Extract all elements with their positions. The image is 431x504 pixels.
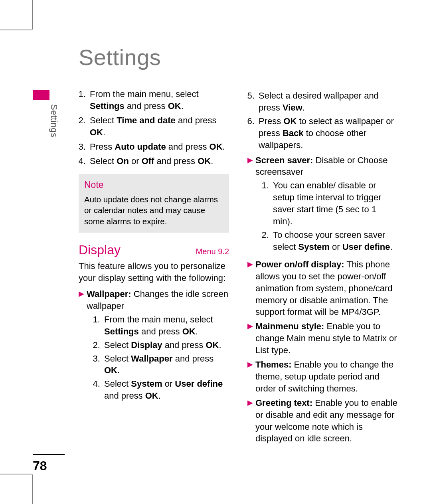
crop-mark <box>0 30 32 30</box>
side-section-label: Settings <box>49 104 59 138</box>
list-item: Press OK to select as wallpaper or press… <box>257 115 398 151</box>
play-icon: ▶ <box>79 288 84 405</box>
crop-mark <box>32 0 33 30</box>
list-item: Select Time and date and press OK. <box>88 115 229 138</box>
play-icon: ▶ <box>247 359 253 395</box>
accent-bar <box>33 90 49 100</box>
wallpaper-steps-cont: Select a desired wallpaper and press Vie… <box>247 90 398 151</box>
page-number-rule <box>33 454 65 455</box>
play-icon: ▶ <box>247 154 253 256</box>
content-columns: From the main menu, select Settings and … <box>79 88 398 447</box>
page-number: 78 <box>33 459 47 473</box>
section-name: Display <box>79 241 121 259</box>
bullet-themes: ▶ Themes: Enable you to change the theme… <box>247 359 398 395</box>
bullet-greeting: ▶ Greeting text: Enable you to enable or… <box>247 397 398 445</box>
crop-mark <box>0 474 32 474</box>
list-item: Select Display and press OK. <box>103 339 229 351</box>
crop-mark <box>32 474 33 504</box>
play-icon: ▶ <box>247 320 253 356</box>
section-header: Display Menu 9.2 <box>79 241 229 259</box>
note-title: Note <box>84 179 223 191</box>
note-box: Note Auto update does not change alarms … <box>79 174 229 232</box>
list-item: You can enable/ disable or setup time in… <box>271 180 398 227</box>
auto-update-steps: From the main menu, select Settings and … <box>79 88 229 167</box>
list-item: From the main menu, select Settings and … <box>88 88 229 112</box>
right-column: Select a desired wallpaper and press Vie… <box>247 88 398 447</box>
page-title: Settings <box>79 44 161 70</box>
list-item: From the main menu, select Settings and … <box>103 314 229 338</box>
section-menu-ref: Menu 9.2 <box>196 246 229 257</box>
screensaver-steps: You can enable/ disable or setup time in… <box>255 180 398 253</box>
bullet-mainmenu: ▶ Mainmenu style: Enable you to change M… <box>247 320 398 356</box>
list-item: Select System or User define and press O… <box>103 378 229 402</box>
list-item: Select Wallpaper and press OK. <box>103 353 229 377</box>
bullet-power: ▶ Power on/off display: This phone allow… <box>247 259 398 318</box>
play-icon: ▶ <box>247 259 253 318</box>
list-item: Select a desired wallpaper and press Vie… <box>257 90 398 114</box>
bullet-screensaver: ▶ Screen saver: Disable or Choose screen… <box>247 154 398 256</box>
section-intro: This feature allows you to personalize y… <box>79 260 229 284</box>
list-item: Select On or Off and press OK. <box>88 155 229 167</box>
wallpaper-steps: From the main menu, select Settings and … <box>87 314 229 402</box>
play-icon: ▶ <box>247 397 253 445</box>
note-text: Auto update does not change alarms or ca… <box>84 194 223 227</box>
left-column: From the main menu, select Settings and … <box>79 88 229 447</box>
list-item: Press Auto update and press OK. <box>88 141 229 153</box>
list-item: To choose your screen saver select Syste… <box>271 229 398 253</box>
manual-page: Settings Settings 78 From the main menu,… <box>33 30 404 473</box>
bullet-wallpaper: ▶ Wallpaper: Changes the idle screen wal… <box>79 288 229 405</box>
